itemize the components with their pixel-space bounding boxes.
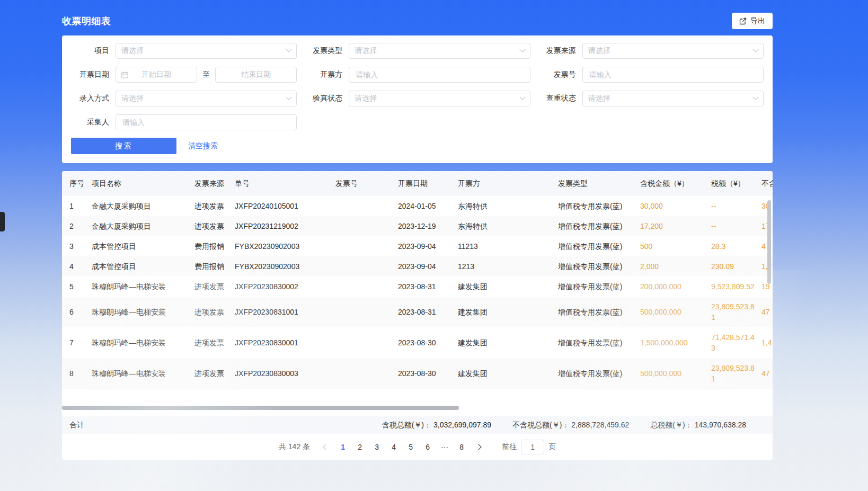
- cell-order-no: FYBX20230902003: [235, 236, 335, 256]
- project-select[interactable]: 请选择: [116, 43, 297, 59]
- cell-invoice-source: 进项发票: [194, 327, 235, 358]
- dup-check-status-select[interactable]: 请选择: [582, 91, 764, 106]
- cell-tax-amount: 9,523,809.52: [711, 276, 761, 297]
- cell-invoice-source: 费用报销: [194, 236, 235, 256]
- export-icon: [739, 17, 747, 25]
- page-button-1[interactable]: 1: [334, 440, 351, 454]
- prev-page-button[interactable]: [317, 440, 334, 454]
- chevron-down-icon: [286, 47, 292, 52]
- page-button-5[interactable]: 5: [402, 440, 419, 454]
- chevron-down-icon: [286, 94, 292, 100]
- page-button-8[interactable]: 8: [453, 440, 470, 454]
- cell-invoice-no: [335, 276, 398, 297]
- start-date-placeholder: 开始日期: [141, 70, 171, 79]
- cell-invoice-date: 2023-09-04: [398, 236, 458, 256]
- excl-tax-total: 不含税总额(￥)：2,888,728,459.62: [512, 421, 629, 430]
- summary-bar: 合计 含税总额(￥)：3,032,699,097.89 不含税总额(￥)：2,8…: [62, 416, 773, 434]
- column-header-invoice-date: 开票日期: [398, 171, 458, 196]
- tax-total-label: 总税额(￥)：: [650, 421, 692, 429]
- cell-amount-incl-tax: 500: [640, 236, 711, 256]
- date-range-picker: 开始日期 至 结束日期: [116, 67, 297, 83]
- clear-search-link[interactable]: 清空搜索: [188, 141, 218, 151]
- cell-invoice-source: 进项发票: [194, 297, 235, 327]
- table-row: 2 金融大厦采购项目 进项发票 JXFP20231219002 2023-12-…: [62, 216, 773, 236]
- more-pages-button[interactable]: ···: [436, 440, 453, 454]
- invoice-no-input[interactable]: [582, 67, 764, 83]
- page-button-6[interactable]: 6: [419, 440, 436, 454]
- table-row: 1 金融大厦采购项目 进项发票 JXFP20240105001 2024-01-…: [62, 196, 773, 216]
- invoice-source-select[interactable]: 请选择: [582, 43, 764, 59]
- column-header-amount-excl-tax: 不含税金额（¥）: [761, 171, 773, 196]
- verify-status-select-placeholder: 请选择: [355, 94, 377, 103]
- next-page-button[interactable]: [470, 440, 487, 454]
- cell-order-no: FYBX20230902003: [235, 256, 335, 276]
- cell-invoice-date: 2023-08-31: [398, 276, 458, 297]
- total-count: 共 142 条: [279, 442, 310, 452]
- page-button-2[interactable]: 2: [351, 440, 368, 454]
- verify-status-field: 验真状态 请选择: [304, 91, 530, 106]
- end-date-placeholder: 结束日期: [241, 70, 271, 79]
- entry-method-select[interactable]: 请选择: [116, 91, 297, 106]
- cell-invoice-source: 进项发票: [194, 358, 235, 389]
- cell-amount-incl-tax: 2,000: [640, 256, 711, 276]
- tax-total: 总税额(￥)：143,970,638.28: [650, 421, 746, 430]
- verify-status-select[interactable]: 请选择: [349, 91, 530, 106]
- goto-page: 前往 页: [502, 440, 556, 454]
- drawer-toggle[interactable]: [0, 212, 5, 231]
- cell-invoice-no: [335, 236, 398, 256]
- cell-tax-amount: --: [711, 196, 761, 216]
- cell-no: 6: [62, 297, 92, 327]
- dup-check-status-field: 查重状态 请选择: [538, 91, 764, 106]
- entry-method-field: 录入方式 请选择: [71, 91, 297, 106]
- table-row: 8 珠穆朗玛峰—电梯安装 进项发票 JXFP20230830003 2023-0…: [62, 358, 773, 389]
- dup-check-status-label: 查重状态: [538, 94, 582, 103]
- cell-tax-amount: --: [711, 216, 761, 236]
- invoice-type-field: 发票类型 请选择: [304, 43, 530, 59]
- cell-order-no: JXFP20230830001: [235, 327, 335, 358]
- page-title: 收票明细表: [62, 15, 111, 28]
- export-button-label: 导出: [750, 16, 765, 26]
- end-date-input[interactable]: 结束日期: [215, 67, 297, 83]
- table-row: 5 珠穆朗玛峰—电梯安装 进项发票 JXFP20230830002 2023-0…: [62, 276, 773, 297]
- cell-amount-incl-tax: 30,000: [640, 196, 711, 216]
- search-button[interactable]: 搜索: [71, 138, 176, 154]
- cell-invoice-no: [335, 358, 398, 389]
- vertical-scrollbar-thumb[interactable]: [767, 200, 771, 284]
- cell-project-name: 珠穆朗玛峰—电梯安装: [92, 358, 194, 389]
- cell-project-name: 珠穆朗玛峰—电梯安装: [92, 276, 194, 297]
- cell-invoice-date: 2023-08-30: [398, 327, 458, 358]
- column-header-amount-incl-tax: 含税金额（¥）: [640, 171, 711, 196]
- page-button-3[interactable]: 3: [368, 440, 385, 454]
- column-header-invoice-source: 发票来源: [194, 171, 235, 196]
- collector-input[interactable]: [116, 114, 297, 130]
- incl-tax-total-value: 3,032,699,097.89: [433, 421, 491, 429]
- invoice-type-select[interactable]: 请选择: [349, 43, 530, 59]
- cell-invoice-type: 增值税专用发票(蓝): [558, 236, 640, 256]
- chevron-left-icon: [323, 444, 329, 450]
- goto-page-input[interactable]: [521, 440, 544, 454]
- start-date-input[interactable]: 开始日期: [116, 67, 197, 83]
- cell-issuer: 11213: [458, 236, 558, 256]
- issuer-input[interactable]: [349, 67, 530, 83]
- invoice-source-label: 发票来源: [538, 46, 582, 56]
- cell-project-name: 珠穆朗玛峰—电梯安装: [92, 297, 194, 327]
- cell-tax-amount: 23,809,523.81: [711, 358, 761, 389]
- cell-tax-amount: 28.3: [711, 236, 761, 256]
- cell-project-name: 珠穆朗玛峰—电梯安装: [92, 327, 194, 358]
- chevron-down-icon: [752, 94, 758, 100]
- invoice-source-select-placeholder: 请选择: [588, 46, 610, 56]
- horizontal-scrollbar-thumb[interactable]: [62, 406, 459, 410]
- invoice-table-panel: 序号 项目名称 发票来源 单号 发票号 开票日期 开票方 发票类型 含税金额（¥…: [62, 171, 773, 460]
- cell-invoice-source: 进项发票: [194, 216, 235, 236]
- invoice-date-field: 开票日期 开始日期 至 结束日期: [71, 67, 297, 83]
- invoice-table: 序号 项目名称 发票来源 单号 发票号 开票日期 开票方 发票类型 含税金额（¥…: [62, 171, 773, 389]
- page-button-4[interactable]: 4: [385, 440, 402, 454]
- collector-label: 采集人: [71, 118, 116, 127]
- page-header: 收票明细表 导出: [62, 13, 773, 29]
- cell-issuer: 东海特供: [458, 196, 558, 216]
- export-button[interactable]: 导出: [732, 13, 773, 29]
- cell-project-name: 成本管控项目: [92, 256, 194, 276]
- cell-no: 3: [62, 236, 92, 256]
- filter-actions: 搜索 清空搜索: [71, 138, 764, 154]
- invoice-no-label: 发票号: [538, 70, 582, 79]
